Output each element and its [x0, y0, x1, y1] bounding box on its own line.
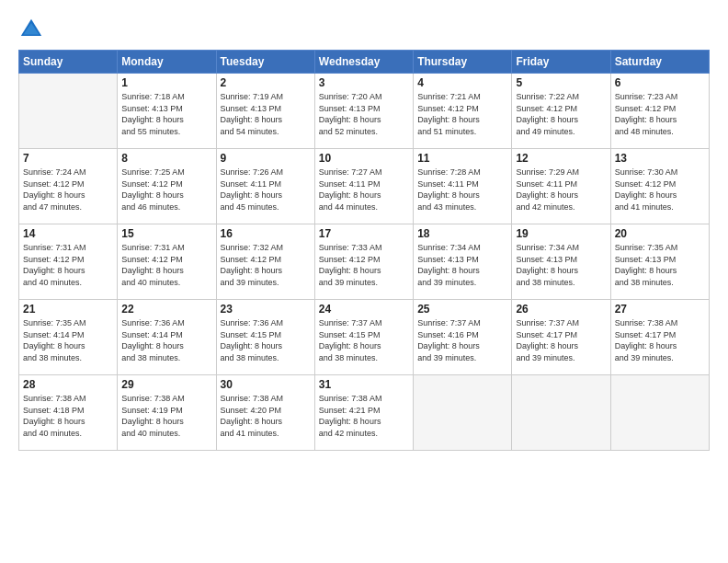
- cell-info: Sunrise: 7:38 AM Sunset: 4:19 PM Dayligh…: [121, 393, 211, 439]
- calendar-cell: [512, 375, 610, 451]
- calendar-cell: 12Sunrise: 7:29 AM Sunset: 4:11 PM Dayli…: [512, 149, 610, 224]
- cell-info: Sunrise: 7:38 AM Sunset: 4:21 PM Dayligh…: [319, 393, 409, 439]
- day-header-friday: Friday: [512, 51, 610, 74]
- day-number: 26: [516, 303, 606, 316]
- day-number: 28: [23, 378, 113, 391]
- day-number: 19: [516, 227, 606, 240]
- cell-info: Sunrise: 7:38 AM Sunset: 4:20 PM Dayligh…: [221, 393, 311, 439]
- calendar-cell: 29Sunrise: 7:38 AM Sunset: 4:19 PM Dayli…: [118, 375, 216, 451]
- calendar-cell: 25Sunrise: 7:37 AM Sunset: 4:16 PM Dayli…: [414, 300, 512, 375]
- day-header-thursday: Thursday: [414, 51, 512, 74]
- calendar-header-row: SundayMondayTuesdayWednesdayThursdayFrid…: [19, 51, 710, 74]
- cell-info: Sunrise: 7:37 AM Sunset: 4:15 PM Dayligh…: [319, 317, 409, 363]
- cell-info: Sunrise: 7:20 AM Sunset: 4:13 PM Dayligh…: [319, 91, 409, 137]
- cell-info: Sunrise: 7:31 AM Sunset: 4:12 PM Dayligh…: [121, 242, 211, 288]
- calendar-cell: [19, 74, 118, 149]
- day-number: 30: [221, 378, 311, 391]
- calendar-cell: 19Sunrise: 7:34 AM Sunset: 4:13 PM Dayli…: [512, 224, 610, 300]
- calendar-cell: 17Sunrise: 7:33 AM Sunset: 4:12 PM Dayli…: [314, 224, 413, 300]
- logo: [18, 17, 48, 42]
- day-number: 25: [417, 303, 507, 316]
- cell-info: Sunrise: 7:27 AM Sunset: 4:11 PM Dayligh…: [319, 167, 409, 213]
- calendar-cell: 18Sunrise: 7:34 AM Sunset: 4:13 PM Dayli…: [414, 224, 512, 300]
- day-number: 3: [319, 76, 409, 89]
- day-number: 21: [23, 303, 113, 316]
- day-number: 29: [121, 378, 211, 391]
- calendar-cell: 2Sunrise: 7:19 AM Sunset: 4:13 PM Daylig…: [216, 74, 314, 149]
- calendar-cell: 1Sunrise: 7:18 AM Sunset: 4:13 PM Daylig…: [118, 74, 216, 149]
- cell-info: Sunrise: 7:34 AM Sunset: 4:13 PM Dayligh…: [417, 242, 507, 288]
- cell-info: Sunrise: 7:22 AM Sunset: 4:12 PM Dayligh…: [516, 91, 606, 137]
- day-number: 15: [121, 227, 211, 240]
- calendar-cell: 9Sunrise: 7:26 AM Sunset: 4:11 PM Daylig…: [216, 149, 314, 224]
- cell-info: Sunrise: 7:34 AM Sunset: 4:13 PM Dayligh…: [516, 242, 606, 288]
- cell-info: Sunrise: 7:26 AM Sunset: 4:11 PM Dayligh…: [221, 167, 311, 213]
- day-number: 12: [516, 152, 606, 165]
- day-number: 5: [516, 76, 606, 89]
- cell-info: Sunrise: 7:29 AM Sunset: 4:11 PM Dayligh…: [516, 167, 606, 213]
- day-number: 18: [417, 227, 507, 240]
- day-number: 10: [319, 152, 409, 165]
- week-row-4: 21Sunrise: 7:35 AM Sunset: 4:14 PM Dayli…: [19, 300, 710, 375]
- day-header-monday: Monday: [118, 51, 216, 74]
- calendar-cell: 24Sunrise: 7:37 AM Sunset: 4:15 PM Dayli…: [314, 300, 413, 375]
- calendar-cell: 11Sunrise: 7:28 AM Sunset: 4:11 PM Dayli…: [414, 149, 512, 224]
- day-number: 17: [319, 227, 409, 240]
- day-number: 13: [615, 152, 705, 165]
- cell-info: Sunrise: 7:36 AM Sunset: 4:14 PM Dayligh…: [121, 317, 211, 363]
- cell-info: Sunrise: 7:38 AM Sunset: 4:18 PM Dayligh…: [23, 393, 113, 439]
- calendar: SundayMondayTuesdayWednesdayThursdayFrid…: [18, 50, 710, 451]
- calendar-cell: 21Sunrise: 7:35 AM Sunset: 4:14 PM Dayli…: [19, 300, 118, 375]
- calendar-cell: 27Sunrise: 7:38 AM Sunset: 4:17 PM Dayli…: [610, 300, 709, 375]
- header: [18, 17, 710, 42]
- day-header-wednesday: Wednesday: [314, 51, 413, 74]
- calendar-cell: [610, 375, 709, 451]
- calendar-cell: 28Sunrise: 7:38 AM Sunset: 4:18 PM Dayli…: [19, 375, 118, 451]
- week-row-3: 14Sunrise: 7:31 AM Sunset: 4:12 PM Dayli…: [19, 224, 710, 300]
- day-number: 11: [417, 152, 507, 165]
- day-number: 4: [417, 76, 507, 89]
- calendar-cell: [414, 375, 512, 451]
- day-number: 6: [615, 76, 705, 89]
- week-row-5: 28Sunrise: 7:38 AM Sunset: 4:18 PM Dayli…: [19, 375, 710, 451]
- week-row-1: 1Sunrise: 7:18 AM Sunset: 4:13 PM Daylig…: [19, 74, 710, 149]
- calendar-cell: 10Sunrise: 7:27 AM Sunset: 4:11 PM Dayli…: [314, 149, 413, 224]
- calendar-cell: 3Sunrise: 7:20 AM Sunset: 4:13 PM Daylig…: [314, 74, 413, 149]
- day-number: 14: [23, 227, 113, 240]
- calendar-cell: 22Sunrise: 7:36 AM Sunset: 4:14 PM Dayli…: [118, 300, 216, 375]
- calendar-cell: 30Sunrise: 7:38 AM Sunset: 4:20 PM Dayli…: [216, 375, 314, 451]
- calendar-cell: 16Sunrise: 7:32 AM Sunset: 4:12 PM Dayli…: [216, 224, 314, 300]
- calendar-cell: 6Sunrise: 7:23 AM Sunset: 4:12 PM Daylig…: [610, 74, 709, 149]
- day-number: 24: [319, 303, 409, 316]
- cell-info: Sunrise: 7:24 AM Sunset: 4:12 PM Dayligh…: [23, 167, 113, 213]
- day-number: 31: [319, 378, 409, 391]
- cell-info: Sunrise: 7:31 AM Sunset: 4:12 PM Dayligh…: [23, 242, 113, 288]
- day-header-saturday: Saturday: [610, 51, 709, 74]
- cell-info: Sunrise: 7:37 AM Sunset: 4:16 PM Dayligh…: [417, 317, 507, 363]
- cell-info: Sunrise: 7:32 AM Sunset: 4:12 PM Dayligh…: [221, 242, 311, 288]
- day-header-tuesday: Tuesday: [216, 51, 314, 74]
- cell-info: Sunrise: 7:37 AM Sunset: 4:17 PM Dayligh…: [516, 317, 606, 363]
- cell-info: Sunrise: 7:18 AM Sunset: 4:13 PM Dayligh…: [121, 91, 211, 137]
- calendar-cell: 26Sunrise: 7:37 AM Sunset: 4:17 PM Dayli…: [512, 300, 610, 375]
- calendar-cell: 14Sunrise: 7:31 AM Sunset: 4:12 PM Dayli…: [19, 224, 118, 300]
- calendar-cell: 31Sunrise: 7:38 AM Sunset: 4:21 PM Dayli…: [314, 375, 413, 451]
- calendar-cell: 15Sunrise: 7:31 AM Sunset: 4:12 PM Dayli…: [118, 224, 216, 300]
- cell-info: Sunrise: 7:28 AM Sunset: 4:11 PM Dayligh…: [417, 167, 507, 213]
- day-number: 27: [615, 303, 705, 316]
- day-number: 22: [121, 303, 211, 316]
- calendar-cell: 23Sunrise: 7:36 AM Sunset: 4:15 PM Dayli…: [216, 300, 314, 375]
- day-number: 16: [221, 227, 311, 240]
- cell-info: Sunrise: 7:38 AM Sunset: 4:17 PM Dayligh…: [615, 317, 705, 363]
- cell-info: Sunrise: 7:21 AM Sunset: 4:12 PM Dayligh…: [417, 91, 507, 137]
- cell-info: Sunrise: 7:23 AM Sunset: 4:12 PM Dayligh…: [615, 91, 705, 137]
- day-header-sunday: Sunday: [19, 51, 118, 74]
- calendar-cell: 13Sunrise: 7:30 AM Sunset: 4:12 PM Dayli…: [610, 149, 709, 224]
- cell-info: Sunrise: 7:35 AM Sunset: 4:13 PM Dayligh…: [615, 242, 705, 288]
- day-number: 7: [23, 152, 113, 165]
- day-number: 9: [221, 152, 311, 165]
- calendar-cell: 8Sunrise: 7:25 AM Sunset: 4:12 PM Daylig…: [118, 149, 216, 224]
- cell-info: Sunrise: 7:33 AM Sunset: 4:12 PM Dayligh…: [319, 242, 409, 288]
- calendar-cell: 4Sunrise: 7:21 AM Sunset: 4:12 PM Daylig…: [414, 74, 512, 149]
- cell-info: Sunrise: 7:25 AM Sunset: 4:12 PM Dayligh…: [121, 167, 211, 213]
